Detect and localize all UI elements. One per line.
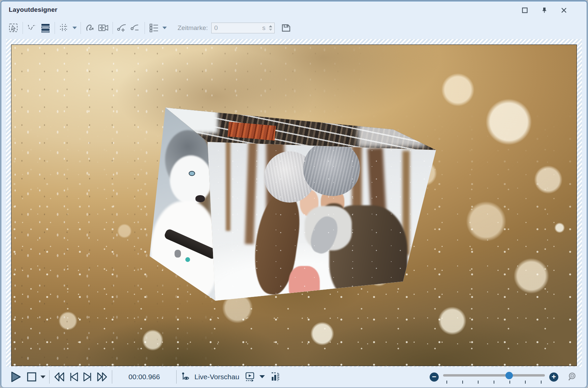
- stop-button[interactable]: [26, 371, 37, 382]
- zoom-fit-icon: [568, 372, 578, 382]
- husky-face: [170, 155, 212, 204]
- tick: [525, 381, 526, 384]
- play-presentation-button[interactable]: [245, 372, 255, 382]
- grid-icon: [59, 23, 69, 33]
- curve-tool-button[interactable]: [84, 22, 96, 34]
- window-title: Layoutdesigner: [9, 4, 57, 13]
- play-options-dropdown[interactable]: [40, 376, 45, 379]
- camera-pan-tool-button[interactable]: [97, 22, 110, 34]
- live-preview-label: Live-Vorschau: [194, 373, 239, 381]
- toolbar-separator: [113, 22, 113, 34]
- tick: [446, 381, 447, 384]
- keyframe-add-icon: [117, 23, 127, 33]
- select-tool-button[interactable]: [7, 22, 20, 34]
- toolbar-separator: [145, 22, 145, 34]
- presentation-play-icon: [245, 372, 255, 382]
- maximize-icon: [522, 7, 528, 13]
- tick: [541, 381, 541, 384]
- layoutdesigner-window: Layoutdesigner: [0, 0, 588, 388]
- path-tool-icon: [27, 23, 37, 33]
- fast-rewind-icon: [53, 371, 65, 382]
- fast-rewind-button[interactable]: [53, 371, 65, 382]
- keyframe-add-button[interactable]: [116, 22, 128, 34]
- layers-icon: [40, 23, 51, 33]
- layers-tool-button[interactable]: [39, 22, 52, 34]
- minus-icon: −: [432, 373, 436, 381]
- husky-collar-bead: [185, 257, 190, 262]
- chevron-down-icon: [40, 376, 45, 379]
- zoom-slider-thumb[interactable]: [505, 372, 513, 379]
- pin-icon: [541, 7, 547, 13]
- zoom-in-button[interactable]: +: [549, 372, 558, 382]
- playback-time: 00:00.966: [116, 373, 173, 381]
- tick: [478, 381, 478, 384]
- zoom-slider-track[interactable]: [443, 374, 545, 377]
- skip-to-end-button[interactable]: [82, 371, 93, 382]
- stop-icon: [26, 371, 37, 382]
- photo-cube[interactable]: [146, 105, 439, 307]
- camera-pan-icon: [98, 23, 109, 33]
- timeline-stats-icon: [271, 372, 280, 382]
- transport-separator: [112, 370, 112, 384]
- keyframe-remove-button[interactable]: [129, 22, 142, 34]
- zeitmarke-label: Zeitmarke:: [178, 24, 208, 32]
- chevron-down-icon: [259, 375, 265, 379]
- zoom-out-button[interactable]: −: [430, 372, 439, 382]
- tick: [462, 381, 463, 384]
- transport-bar: 00:00.966 Live-Vorschau: [1, 367, 587, 387]
- toolbar: Zeitmarke: s: [1, 17, 587, 39]
- spinner-up-icon: [269, 25, 272, 27]
- transport-separator: [49, 370, 50, 384]
- husky-eye: [189, 171, 195, 176]
- presentation-options-dropdown[interactable]: [259, 375, 265, 379]
- husky-nose: [195, 195, 205, 202]
- keyframe-list-button[interactable]: [148, 22, 160, 34]
- tick: [494, 381, 494, 384]
- live-preview-toggle[interactable]: Live-Vorschau: [181, 372, 239, 382]
- chevron-down-icon: [72, 27, 77, 29]
- snowflakes-overlay: [206, 139, 439, 303]
- play-icon: [10, 371, 22, 383]
- grid-options-dropdown[interactable]: [71, 22, 78, 34]
- fast-forward-button[interactable]: [96, 371, 108, 382]
- zeitmarke-unit: s: [262, 24, 266, 32]
- save-button[interactable]: [280, 22, 292, 34]
- timeline-stats-button[interactable]: [271, 372, 280, 382]
- skip-to-end-icon: [82, 371, 93, 382]
- roof-snow-right: [358, 123, 425, 147]
- path-tool-button[interactable]: [26, 22, 38, 34]
- toolbar-separator: [81, 22, 81, 34]
- husky-collar-tag: [175, 250, 181, 258]
- skip-to-start-icon: [68, 371, 79, 382]
- titlebar: Layoutdesigner: [1, 1, 587, 17]
- pin-button[interactable]: [541, 7, 548, 13]
- keyframe-list-icon: [149, 23, 159, 33]
- chevron-down-icon: [162, 27, 167, 29]
- close-icon: [561, 7, 567, 13]
- maximize-button[interactable]: [521, 7, 528, 13]
- close-button[interactable]: [560, 7, 567, 13]
- select-tool-icon: [8, 23, 19, 33]
- layout-canvas[interactable]: [11, 44, 577, 366]
- zoom-fit-button[interactable]: [568, 372, 578, 382]
- window-controls: [521, 4, 567, 13]
- toolbar-separator: [55, 22, 55, 34]
- eye-pin-icon: [181, 372, 191, 382]
- grid-tool-button[interactable]: [58, 22, 70, 34]
- zoom-slider-ticks: [446, 381, 541, 384]
- zeitmarke-input[interactable]: [214, 24, 262, 32]
- zeitmarke-field: s: [211, 23, 275, 33]
- tick: [509, 381, 510, 384]
- toolbar-separator: [23, 22, 23, 34]
- save-icon: [281, 23, 291, 33]
- plus-icon: +: [552, 373, 556, 381]
- curve-icon: [85, 23, 95, 33]
- transport-separator: [176, 370, 177, 384]
- spinner-down-icon: [269, 29, 272, 31]
- skip-to-start-button[interactable]: [68, 371, 79, 382]
- zoom-slider[interactable]: [443, 370, 545, 384]
- fast-forward-icon: [96, 371, 108, 382]
- zeitmarke-spinner[interactable]: [268, 25, 274, 31]
- play-button[interactable]: [10, 371, 22, 383]
- keyframe-list-dropdown[interactable]: [161, 22, 168, 34]
